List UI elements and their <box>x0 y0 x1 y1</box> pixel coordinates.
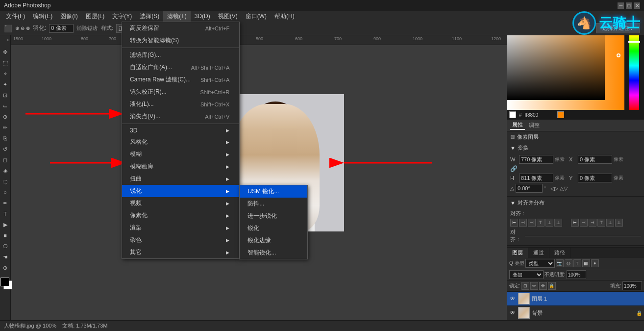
menu-help[interactable]: 帮助(H) <box>271 11 298 22</box>
distribute-right[interactable]: ⊣ <box>589 219 596 227</box>
minimize-button[interactable]: ─ <box>618 2 624 9</box>
filter-text-icon[interactable]: T <box>573 259 581 267</box>
tab-adjustments[interactable]: 调整 <box>527 121 542 129</box>
distribute-left[interactable]: ⊢ <box>571 219 579 227</box>
sharpen-usm[interactable]: USM 锐化... <box>240 185 307 198</box>
filter-distort[interactable]: 扭曲 <box>122 173 239 185</box>
magic-wand-tool[interactable]: ✦ <box>0 79 10 89</box>
opacity-input[interactable] <box>567 270 586 279</box>
clone-tool[interactable]: ⎘ <box>0 133 10 143</box>
filter-high-pass[interactable]: 高反差保留 Alt+Ctrl+F <box>122 22 239 34</box>
blur-tool[interactable]: ◌ <box>0 177 10 186</box>
fill-input[interactable] <box>622 281 642 290</box>
gradient-tool[interactable]: ◈ <box>0 166 10 176</box>
layer-type-select[interactable]: 类型 <box>525 259 555 268</box>
layers-tab-layers[interactable]: 图层 <box>507 248 528 258</box>
hand-tool[interactable]: ☚ <box>0 252 10 262</box>
dodge-tool[interactable]: ○ <box>0 187 10 197</box>
flip-h[interactable]: ◁▷ <box>550 185 558 192</box>
angle-input[interactable] <box>516 184 543 193</box>
pen-tool[interactable]: ✒ <box>0 198 10 208</box>
align-left[interactable]: ⊢ <box>510 219 518 227</box>
shape-tool[interactable]: ■ <box>0 230 10 240</box>
maximize-button[interactable]: □ <box>626 2 632 9</box>
filter-adj-icon[interactable]: ◎ <box>565 259 572 267</box>
layers-tab-paths[interactable]: 路径 <box>549 248 570 258</box>
sharpen-edges[interactable]: 锐化边缘 <box>240 234 307 247</box>
layer-item-1[interactable]: 👁 图层 1 <box>507 292 644 306</box>
distribute-v[interactable]: ⊥ <box>606 219 614 227</box>
filter-adaptive-wide[interactable]: 自适应广角(A)... Alt+Shift+Ctrl+A <box>122 61 239 74</box>
menu-text[interactable]: 文字(Y) <box>108 11 136 22</box>
lasso-tool[interactable]: ⌖ <box>0 69 10 78</box>
lock-image-btn[interactable]: ✏ <box>530 282 538 290</box>
filter-noise[interactable]: 杂色 <box>122 234 239 246</box>
filter-sharpen[interactable]: 锐化 USM 锐化... 防抖... 进一步锐化 锐化 锐化边缘 智能锐化... <box>122 185 239 197</box>
menu-file[interactable]: 文件(F) <box>2 11 29 22</box>
align-top[interactable]: ⊤ <box>537 219 545 227</box>
distribute-h[interactable]: ⊣ <box>580 219 588 227</box>
filter-lens-correction[interactable]: 镜头校正(R)... Shift+Ctrl+R <box>122 86 239 98</box>
3d-tool[interactable]: ⎔ <box>0 241 10 251</box>
marquee-tool[interactable]: ⬚ <box>0 58 10 68</box>
menu-view[interactable]: 视图(V) <box>214 11 242 22</box>
history-brush[interactable]: ↺ <box>0 144 10 154</box>
lock-all-btn[interactable]: 🔒 <box>548 282 556 290</box>
current-color-preview[interactable] <box>557 111 564 118</box>
menu-layer[interactable]: 图层(L) <box>82 11 109 22</box>
sharpen-smart[interactable]: 智能锐化... <box>240 247 307 259</box>
lock-transparent-btn[interactable]: ⊡ <box>521 282 529 290</box>
align-title[interactable]: ▼ 对齐并分布 <box>507 198 644 208</box>
menu-window[interactable]: 窗口(W) <box>242 11 271 22</box>
filter-render[interactable]: 渲染 <box>122 222 239 234</box>
filter-3d[interactable]: 3D <box>122 125 239 136</box>
crop-tool[interactable]: ⊡ <box>0 90 10 100</box>
menu-image[interactable]: 图像(I) <box>56 11 81 22</box>
move-tool[interactable]: ✜ <box>0 47 10 57</box>
layer-bg-visibility[interactable]: 👁 <box>509 309 516 316</box>
align-bottom[interactable]: ⊥ <box>554 219 562 227</box>
align-center-v[interactable]: ⊥ <box>545 219 553 227</box>
y-input[interactable]: 0 像素 <box>578 174 612 182</box>
filter-vanishing-point[interactable]: 消失点(V)... Alt+Ctrl+V <box>122 110 239 123</box>
filter-other[interactable]: 其它 <box>122 246 239 258</box>
path-select-tool[interactable]: ▶ <box>0 220 10 229</box>
layer-item-bg[interactable]: 👁 背景 🔒 <box>507 306 644 320</box>
brush-tool[interactable]: ✏ <box>0 123 10 132</box>
align-right[interactable]: ⊣ <box>528 219 536 227</box>
lock-position-btn[interactable]: ✜ <box>539 282 547 290</box>
eraser-tool[interactable]: ◻ <box>0 155 10 165</box>
filter-camera-raw[interactable]: Camera Raw 滤镜(C)... Shift+Ctrl+A <box>122 74 239 86</box>
distribute-bottom[interactable]: ⊥ <box>615 219 623 227</box>
filter-blur-gallery[interactable]: 模糊画廊 <box>122 160 239 173</box>
distribute-top[interactable]: ⊤ <box>597 219 605 227</box>
filter-smart-icon[interactable]: ✦ <box>591 259 599 267</box>
sharpen-further[interactable]: 进一步锐化 <box>240 210 307 222</box>
filter-video[interactable]: 视频 <box>122 197 239 209</box>
layer-1-visibility[interactable]: 👁 <box>509 295 516 302</box>
layers-tab-channels[interactable]: 通道 <box>528 248 549 258</box>
healing-tool[interactable]: ⊕ <box>0 112 10 122</box>
color-picker[interactable]: # <box>507 22 644 120</box>
select-and-mask-button[interactable]: 选择并遮住... <box>596 23 640 33</box>
eyedropper-tool[interactable]: ⌙ <box>0 101 10 111</box>
align-center-h[interactable]: ⊣ <box>519 219 527 227</box>
hex-input[interactable] <box>525 112 554 118</box>
menu-edit[interactable]: 编辑(E) <box>29 11 56 22</box>
filter-smart[interactable]: 转换为智能滤镜(S) <box>122 34 239 47</box>
menu-3d[interactable]: 3D(D) <box>191 12 214 21</box>
sharpen-basic[interactable]: 锐化 <box>240 222 307 234</box>
close-button[interactable]: ✕ <box>634 2 640 9</box>
filter-stylize[interactable]: 风格化 <box>122 136 239 148</box>
menu-select[interactable]: 选择(S) <box>136 11 163 22</box>
filter-gallery[interactable]: 滤镜库(G)... <box>122 49 239 61</box>
menu-filter[interactable]: 滤镜(T) <box>163 11 190 22</box>
h-input[interactable]: 811 像素 <box>519 174 553 182</box>
feather-input[interactable] <box>49 24 74 33</box>
text-tool[interactable]: T <box>0 209 10 219</box>
foreground-color[interactable] <box>0 278 9 286</box>
filter-pixelate[interactable]: 像素化 <box>122 209 239 222</box>
filter-pixel-icon[interactable]: 📷 <box>556 259 564 267</box>
blend-mode-select[interactable]: 叠加 正常 溶解 <box>509 270 544 279</box>
flip-v[interactable]: △▽ <box>560 185 568 192</box>
